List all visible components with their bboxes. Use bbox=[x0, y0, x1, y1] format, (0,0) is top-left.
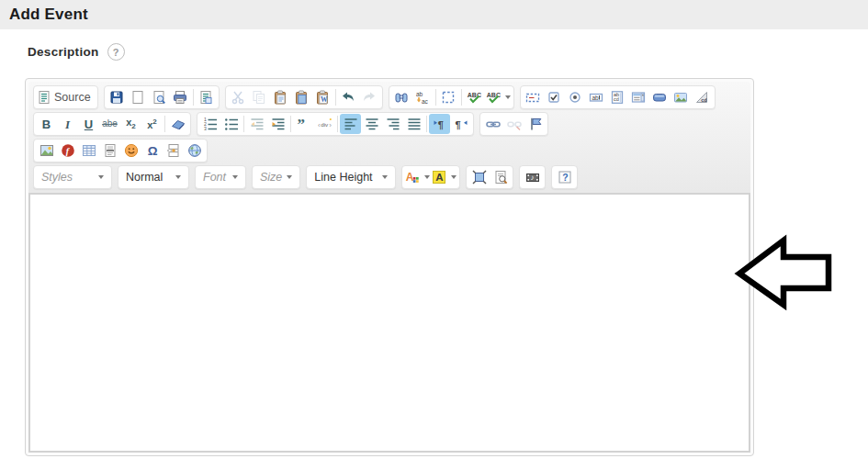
align-right-icon bbox=[386, 117, 400, 131]
svg-text:ABC: ABC bbox=[468, 92, 481, 98]
svg-text:¶: ¶ bbox=[455, 119, 460, 130]
align-right-button[interactable] bbox=[382, 114, 403, 134]
font-dropdown[interactable]: Font bbox=[197, 167, 243, 187]
toolbar-separator bbox=[193, 89, 194, 106]
bold-button[interactable]: B bbox=[36, 114, 57, 134]
bulleted-list-icon bbox=[224, 117, 239, 131]
svg-text:›: › bbox=[329, 121, 332, 129]
styles-dropdown[interactable]: Styles bbox=[36, 167, 109, 187]
toolbar-group bbox=[479, 112, 548, 136]
text-direction-rtl-icon: ¶ bbox=[454, 117, 468, 131]
smiley-button[interactable] bbox=[120, 140, 141, 161]
background-color-icon: A bbox=[432, 170, 446, 185]
spell-check-icon: ABC bbox=[467, 90, 481, 105]
horizontal-rule-button[interactable] bbox=[99, 140, 120, 161]
textarea-icon: abcd bbox=[610, 90, 625, 105]
undo-button[interactable] bbox=[338, 87, 359, 107]
italic-glyph: I bbox=[65, 118, 70, 130]
line-height-dropdown[interactable]: Line Height bbox=[309, 167, 393, 187]
selection-field-button[interactable] bbox=[628, 87, 649, 107]
text-direction-rtl-button[interactable]: ¶ bbox=[450, 114, 471, 134]
print-button[interactable] bbox=[170, 87, 191, 107]
textarea-button[interactable]: abcd bbox=[607, 87, 628, 107]
hidden-field-button[interactable]: cd bbox=[692, 87, 713, 107]
toolbar-group: Line Height bbox=[306, 165, 396, 189]
find-button[interactable] bbox=[391, 87, 412, 107]
text-direction-ltr-button[interactable]: ¶ bbox=[429, 114, 450, 134]
align-left-button[interactable] bbox=[340, 114, 361, 134]
font-selected-value: Font bbox=[203, 171, 226, 184]
radio-button-icon bbox=[568, 90, 582, 105]
description-label: Description bbox=[28, 45, 99, 59]
increase-indent-button[interactable] bbox=[267, 114, 288, 134]
text-field-button[interactable]: ab bbox=[586, 87, 607, 107]
svg-text:Ω: Ω bbox=[147, 144, 157, 158]
anchor-button[interactable] bbox=[524, 114, 546, 134]
iframe-button[interactable] bbox=[184, 140, 205, 161]
link-button[interactable] bbox=[482, 114, 503, 134]
table-icon bbox=[82, 143, 96, 158]
text-color-button[interactable]: A bbox=[404, 167, 431, 187]
special-character-button[interactable]: Ω bbox=[141, 140, 163, 161]
new-page-button[interactable] bbox=[128, 87, 149, 107]
maximize-icon bbox=[472, 170, 487, 185]
new-page-icon bbox=[130, 90, 145, 105]
save-button[interactable] bbox=[107, 87, 128, 107]
page: Add Event Description ? SourceWabacABCAB… bbox=[0, 0, 868, 470]
strikethrough-button[interactable]: abe bbox=[99, 114, 120, 134]
preview-button[interactable] bbox=[149, 87, 170, 107]
image-button[interactable] bbox=[36, 140, 57, 161]
numbered-list-icon: 123 bbox=[203, 117, 218, 131]
toolbar-group: Size bbox=[252, 165, 300, 189]
save-icon bbox=[109, 90, 124, 105]
justify-button[interactable] bbox=[403, 114, 424, 134]
bulleted-list-button[interactable] bbox=[220, 114, 242, 134]
media-embed-button[interactable]: ♪ bbox=[522, 167, 543, 187]
paste-button[interactable] bbox=[270, 87, 291, 107]
underline-button[interactable]: U bbox=[78, 114, 99, 134]
paste-from-word-button[interactable]: W bbox=[312, 87, 333, 107]
align-center-button[interactable] bbox=[361, 114, 382, 134]
format-dropdown[interactable]: Normal bbox=[120, 167, 186, 187]
toolbar-group: ♪ bbox=[519, 165, 546, 189]
checkbox-button[interactable] bbox=[544, 87, 565, 107]
toolbar-group: BIUabex2x2 bbox=[33, 112, 191, 136]
numbered-list-button[interactable]: 123 bbox=[199, 114, 220, 134]
page-break-button[interactable] bbox=[163, 140, 184, 161]
description-field-label: Description ? bbox=[28, 43, 125, 61]
superscript-button[interactable]: x2 bbox=[141, 114, 163, 134]
subscript-button[interactable]: x2 bbox=[120, 114, 141, 134]
link-icon bbox=[486, 117, 501, 131]
paste-text-button[interactable] bbox=[291, 87, 312, 107]
button-button[interactable] bbox=[649, 87, 671, 107]
remove-format-button[interactable] bbox=[167, 114, 188, 134]
select-all-button[interactable] bbox=[438, 87, 459, 107]
background-color-button[interactable]: A bbox=[431, 167, 457, 187]
size-dropdown[interactable]: Size bbox=[254, 167, 298, 187]
blockquote-button[interactable]: ” bbox=[293, 114, 314, 134]
help-icon[interactable]: ? bbox=[107, 43, 125, 61]
svg-text:A: A bbox=[406, 171, 414, 184]
page-break-icon bbox=[166, 143, 181, 158]
table-button[interactable] bbox=[78, 140, 99, 161]
image-button-button[interactable] bbox=[671, 87, 692, 107]
div-container-button[interactable]: ‹div› bbox=[314, 114, 335, 134]
source-button[interactable]: Source bbox=[36, 87, 96, 107]
form-button[interactable] bbox=[523, 87, 544, 107]
show-blocks-button[interactable] bbox=[490, 167, 511, 187]
text-field-icon: ab bbox=[589, 90, 603, 105]
flash-button[interactable]: f bbox=[57, 140, 78, 161]
svg-text:cd: cd bbox=[614, 96, 619, 102]
decrease-indent-icon bbox=[250, 117, 265, 131]
editor-content-area[interactable] bbox=[28, 193, 750, 453]
scayt-button[interactable]: ABC bbox=[485, 87, 512, 107]
maximize-button[interactable] bbox=[468, 167, 490, 187]
templates-button[interactable] bbox=[196, 87, 217, 107]
svg-text:ab: ab bbox=[592, 95, 600, 101]
media-embed-icon: ♪ bbox=[525, 170, 540, 185]
radio-button-button[interactable] bbox=[565, 87, 586, 107]
italic-button[interactable]: I bbox=[57, 114, 78, 134]
spell-check-button[interactable]: ABC bbox=[464, 87, 485, 107]
about-button[interactable]: ? bbox=[554, 167, 575, 187]
replace-button[interactable]: abac bbox=[412, 87, 434, 107]
